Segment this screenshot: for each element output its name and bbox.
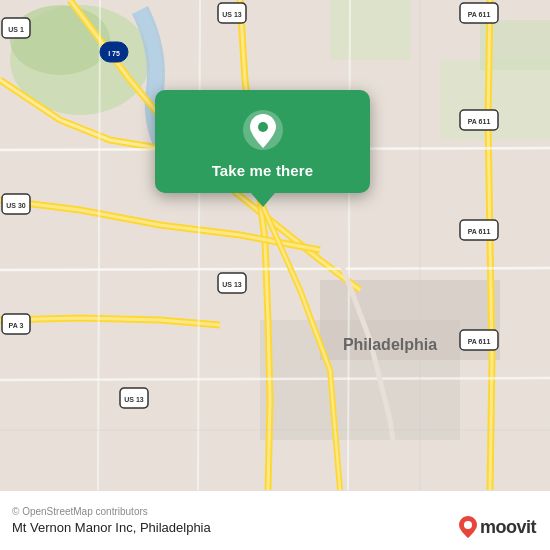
svg-text:Philadelphia: Philadelphia [343,336,437,353]
svg-point-2 [10,5,110,75]
popup-label: Take me there [212,162,314,179]
svg-point-35 [464,521,472,529]
svg-text:PA 611: PA 611 [468,118,491,125]
moovit-logo: moovit [459,516,536,538]
footer: © OpenStreetMap contributors Mt Vernon M… [0,490,550,550]
svg-text:US 13: US 13 [222,281,242,288]
svg-text:PA 3: PA 3 [9,322,24,329]
svg-rect-3 [330,0,410,60]
map-svg: US 1 I 75 US 13 US 13 US 13 PA 3 US 30 P… [0,0,550,490]
moovit-brand-text: moovit [480,517,536,538]
svg-text:PA 611: PA 611 [468,228,491,235]
svg-text:US 1: US 1 [8,26,24,33]
svg-point-34 [258,122,268,132]
map-area: US 1 I 75 US 13 US 13 US 13 PA 3 US 30 P… [0,0,550,490]
location-popup[interactable]: Take me there [155,90,370,193]
svg-text:I 75: I 75 [108,50,120,57]
svg-text:US 30: US 30 [6,202,26,209]
svg-text:PA 611: PA 611 [468,11,491,18]
svg-text:US 13: US 13 [222,11,242,18]
location-pin-icon [241,108,285,152]
svg-text:US 13: US 13 [124,396,144,403]
svg-text:PA 611: PA 611 [468,338,491,345]
moovit-pin-icon [459,516,477,538]
